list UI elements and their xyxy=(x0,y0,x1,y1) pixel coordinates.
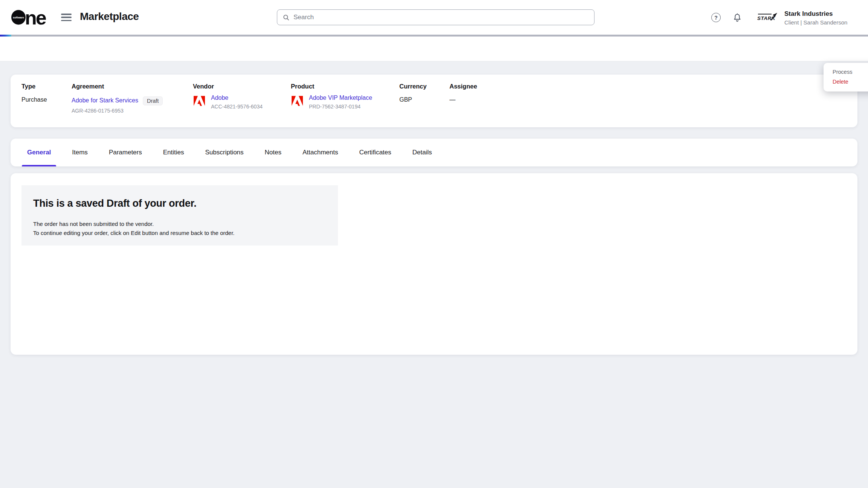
summary-currency: Currency GBP xyxy=(399,83,426,103)
summary-assignee-label: Assignee xyxy=(449,83,477,90)
order-header: Order ORD-8372-4965-1038 Draft Edit xyxy=(0,37,868,61)
draft-info-line-2: To continue editing your order, click on… xyxy=(33,229,338,238)
summary-vendor: Vendor Adobe ACC-4821-9576-6034 xyxy=(193,83,263,110)
draft-info-line-1: The order has not been submitted to the … xyxy=(33,220,338,229)
menu-item-process[interactable]: Process xyxy=(824,67,868,77)
product-link[interactable]: Adobe VIP Marketplace xyxy=(309,95,372,101)
agreement-id: AGR-4286-0175-6953 xyxy=(72,108,163,114)
summary-agreement: Agreement Adobe for Stark ServicesDraft … xyxy=(72,83,163,114)
summary-currency-value: GBP xyxy=(399,96,426,103)
draft-info-box: This is a saved Draft of your order. The… xyxy=(21,185,338,246)
tab-details[interactable]: Details xyxy=(402,139,443,166)
order-summary-card: Type Purchase Agreement Adobe for Stark … xyxy=(11,75,857,127)
tab-certificates[interactable]: Certificates xyxy=(348,139,402,166)
order-tabs-card: General Items Parameters Entities Subscr… xyxy=(11,139,857,166)
draft-info-heading: This is a saved Draft of your order. xyxy=(33,198,338,209)
agreement-status-badge: Draft xyxy=(143,96,163,105)
summary-agreement-label: Agreement xyxy=(72,83,163,90)
tab-general[interactable]: General xyxy=(17,139,61,166)
search-icon xyxy=(283,14,290,21)
softwareone-logo-icon: software ne xyxy=(11,9,49,26)
summary-type-value: Purchase xyxy=(21,96,47,103)
tab-items[interactable]: Items xyxy=(61,139,98,166)
summary-currency-label: Currency xyxy=(399,83,426,90)
summary-assignee: Assignee — xyxy=(449,83,477,103)
stark-org-logo: STARK xyxy=(756,12,778,24)
app-bar: software ne Marketplace ? STARK Stark In… xyxy=(0,0,868,35)
notifications-bell-icon[interactable] xyxy=(732,12,742,23)
summary-type-label: Type xyxy=(21,83,47,90)
tab-attachments[interactable]: Attachments xyxy=(292,139,349,166)
adobe-logo-icon xyxy=(193,95,206,107)
general-tab-content: This is a saved Draft of your order. The… xyxy=(11,173,857,355)
summary-type: Type Purchase xyxy=(21,83,47,103)
tab-notes[interactable]: Notes xyxy=(254,139,292,166)
svg-text:ne: ne xyxy=(25,9,46,26)
summary-assignee-value: — xyxy=(449,96,477,103)
tab-parameters[interactable]: Parameters xyxy=(98,139,153,166)
adobe-logo-icon xyxy=(291,95,304,107)
account-info[interactable]: Stark Industries Client | Sarah Sanderso… xyxy=(784,10,847,26)
vendor-link[interactable]: Adobe xyxy=(211,95,228,101)
summary-vendor-label: Vendor xyxy=(193,83,263,90)
vendor-id: ACC-4821-9576-6034 xyxy=(211,104,263,110)
search-input[interactable] xyxy=(293,14,594,21)
tab-entities[interactable]: Entities xyxy=(153,139,195,166)
menu-hamburger-icon[interactable] xyxy=(61,14,72,21)
svg-text:software: software xyxy=(13,16,24,19)
product-id: PRD-7562-3487-0194 xyxy=(309,104,372,110)
account-detail: Client | Sarah Sanderson xyxy=(784,19,847,26)
page-title: Marketplace xyxy=(80,11,139,23)
softwareone-logo[interactable]: software ne xyxy=(11,9,49,27)
help-icon[interactable]: ? xyxy=(711,13,721,22)
menu-item-delete[interactable]: Delete xyxy=(824,77,868,87)
summary-product: Product Adobe VIP Marketplace PRD-7562-3… xyxy=(291,83,372,110)
order-tabs: General Items Parameters Entities Subscr… xyxy=(11,139,857,166)
search-bar[interactable] xyxy=(277,9,594,25)
agreement-link[interactable]: Adobe for Stark Services xyxy=(72,97,138,104)
tab-subscriptions[interactable]: Subscriptions xyxy=(195,139,254,166)
summary-product-label: Product xyxy=(291,83,372,90)
actions-dropdown-menu: Process Delete xyxy=(824,63,868,92)
account-company: Stark Industries xyxy=(784,10,847,18)
